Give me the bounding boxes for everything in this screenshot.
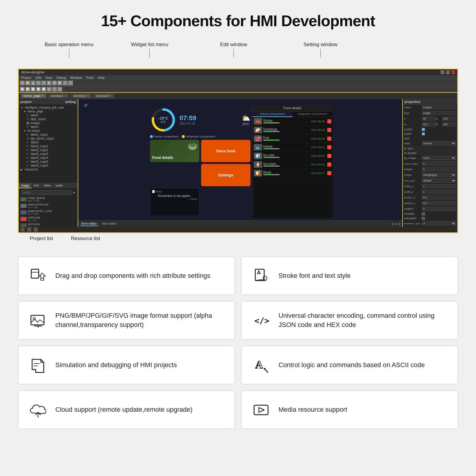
tree-root[interactable]: ▼ Intelligent_charging_pile_new <box>19 106 77 109</box>
text-editor-tab[interactable]: text editor <box>101 221 118 226</box>
delete-dumplings[interactable]: — <box>327 128 331 132</box>
resource-search[interactable] <box>21 190 72 195</box>
res-item: image_bg.png300 × 200 <box>20 196 76 203</box>
food-row-ice-cube: 🧊 Ice cube 2021-09-05 — <box>253 152 333 160</box>
toolbar-redo[interactable]: ↪ <box>41 81 46 85</box>
toolbar-align-center[interactable]: ⬜ <box>25 87 30 92</box>
tree-label1-copy1[interactable]: Tlabel1_copy1 <box>19 133 77 137</box>
prop-state: state: normal <box>403 141 457 146</box>
toolbar-align-right[interactable]: ⬜ <box>31 87 35 92</box>
tab-window2[interactable]: window2 × <box>71 93 92 98</box>
enable-checkbox[interactable] <box>422 128 425 131</box>
toolbar-open[interactable]: 📁 <box>25 81 30 85</box>
fridge-tab[interactable]: refrigerator compartment <box>292 112 333 117</box>
tree-home-page[interactable]: ▼ home_page <box>19 109 77 113</box>
tree-resources[interactable]: ▶resources <box>19 167 77 171</box>
image-format-icon <box>30 312 46 329</box>
tree-label3-copy2[interactable]: Tlabel3_copy2 <box>19 148 77 152</box>
tree-label2[interactable]: Tlabel2 <box>19 125 77 129</box>
tree-label3-copy3[interactable]: Tlabel3_copy3 <box>19 152 77 156</box>
annotation-widget-list: Widget list menu <box>131 42 168 58</box>
tree-label3-copy6[interactable]: Tlabel3_copy6 <box>19 164 77 167</box>
maximize-btn[interactable]: □ <box>446 71 450 74</box>
settings-btn[interactable]: Settings <box>201 164 250 186</box>
toolbar-distribute[interactable]: ⬜ <box>36 87 41 92</box>
json-encoding-icon-box: </> <box>250 310 271 331</box>
res-tab-audio[interactable]: audio <box>53 183 65 188</box>
tree-lgit-clock[interactable]: ⏱lgit_clock1_copy1 <box>19 137 77 140</box>
store-food-btn[interactable]: Store food <box>201 140 250 162</box>
tree-label3-copy1[interactable]: Tlabel3_copy1 <box>19 144 77 148</box>
svg-rect-8 <box>31 315 44 325</box>
project-tree[interactable]: ▼ Intelligent_charging_pile_new ▼ home_p… <box>19 104 78 183</box>
toolbar-stop[interactable]: ⏹ <box>57 81 62 85</box>
tree-window1[interactable]: ▼wi ndow1 <box>19 129 77 133</box>
add-resource-btn[interactable]: + <box>73 190 75 195</box>
delete-ice-cube[interactable]: — <box>327 154 331 158</box>
feature-card-drag-drop: Drag and drop components with rich attri… <box>18 256 235 295</box>
food-row-dumplings: 🥟 Dumplings 2021-09-09 — <box>253 126 333 134</box>
border-section: ▶ border: <box>403 151 457 155</box>
toolbar-save[interactable]: 💾 <box>31 81 35 85</box>
minimize-btn[interactable]: ─ <box>441 71 444 74</box>
toolbar-select[interactable]: ↖ <box>52 87 57 92</box>
prop-round-radius: round_radius: 0 <box>403 161 457 167</box>
tree-image1[interactable]: 🖼image1 <box>19 121 77 125</box>
prop-name: name: image1 <box>403 105 457 110</box>
toolbar-run[interactable]: ⚙ <box>52 81 57 85</box>
feature-card-ascii: A Control logic and commands based on AS… <box>241 346 458 384</box>
resource-panel: image font video audio + image_bg.png300… <box>19 183 78 227</box>
prop-anchor-y: anchor_y: 0.5 <box>403 201 457 206</box>
freezer-tab[interactable]: freezer compartment <box>253 112 293 117</box>
media-icon-box <box>250 399 271 420</box>
animation-type-select[interactable]: 4 <box>422 221 456 226</box>
state-select[interactable]: normal <box>422 141 456 145</box>
status-icon <box>21 228 25 232</box>
tree-digit-clock1[interactable]: ⏱digit_clock1 <box>19 117 77 121</box>
image-format-icon-box <box>27 310 48 331</box>
svg-text:A: A <box>255 359 263 371</box>
toolbar-move[interactable]: ✛ <box>57 87 62 92</box>
draw-type-select[interactable]: default <box>422 178 456 183</box>
toolbar-grid[interactable]: ⊞ <box>47 87 51 92</box>
close-btn[interactable]: × <box>451 71 455 74</box>
delete-pork[interactable]: — <box>327 137 331 141</box>
tree-label3[interactable]: Tlabel3 <box>19 140 77 144</box>
toolbar-undo[interactable]: ↩ <box>36 81 41 85</box>
delete-ice-cream[interactable]: — <box>327 162 331 167</box>
food-details-btn[interactable]: 🥗 Food details <box>150 140 199 162</box>
ide-main-area: project setting ▼ Intelligent_charging_p… <box>19 99 457 227</box>
ide-statusbar <box>19 227 457 232</box>
bg-image-select[interactable]: none <box>422 156 456 160</box>
prop-selectable: selectable: <box>403 216 457 221</box>
image-select[interactable]: chargingcar <box>422 173 456 177</box>
toolbar-zoom-out[interactable]: − <box>68 81 73 85</box>
food-row-ice-cream: 🍦 Ice cream 2021-09-03 — <box>253 160 333 169</box>
delete-bread[interactable]: — <box>327 171 331 175</box>
res-tab-image[interactable]: image <box>19 183 32 188</box>
clickable-checkbox[interactable] <box>422 212 425 215</box>
toolbar-align-left[interactable]: ⬜ <box>20 87 25 92</box>
canvas-refresh-icon[interactable]: ↺ <box>84 103 87 108</box>
selectable-checkbox[interactable] <box>422 217 425 220</box>
toolbar-zoom-in[interactable]: + <box>63 81 68 85</box>
visible-checkbox[interactable] <box>422 132 425 135</box>
tab-window4[interactable]: window4 × <box>93 93 115 98</box>
tree-label3-copy4[interactable]: Tlabel3_copy4 <box>19 156 77 160</box>
delete-shrimp[interactable]: — <box>327 119 331 123</box>
tab-home-page[interactable]: home_page × <box>21 93 47 98</box>
res-tab-video[interactable]: video <box>41 183 53 188</box>
toolbar-new[interactable]: ✎ <box>20 81 25 85</box>
tree-label1[interactable]: Tlabel1 <box>19 113 77 117</box>
res-tab-font[interactable]: font <box>32 183 41 188</box>
cloud-icon <box>30 402 46 418</box>
form-editor-tab[interactable]: form editor <box>80 221 98 226</box>
delete-hairtail[interactable]: — <box>327 145 331 149</box>
page-title: 15+ Components for HMI Development <box>18 12 458 30</box>
tab-window1[interactable]: window1 × <box>48 93 69 98</box>
feature-card-media: Media resource support <box>241 390 458 429</box>
toolbar-group[interactable]: ⬜ <box>41 87 46 92</box>
toolbar-build[interactable]: ▶ <box>47 81 51 85</box>
annotation-setting-window: Setting window <box>303 42 337 58</box>
tree-label3-copy5[interactable]: Tlabel3_copy5 <box>19 160 77 164</box>
